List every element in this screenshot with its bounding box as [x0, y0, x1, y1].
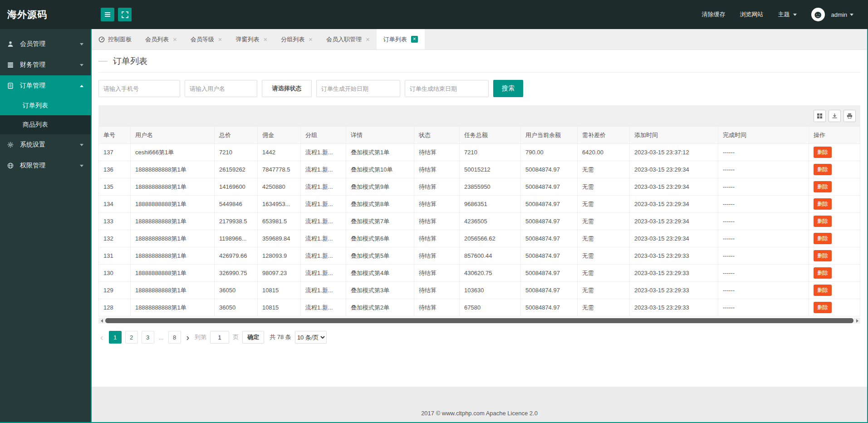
scroll-right-button[interactable] — [854, 318, 860, 324]
print-button[interactable] — [843, 110, 856, 122]
cell: 无需 — [578, 247, 630, 265]
tab-popup-list[interactable]: 弹窗列表× — [229, 29, 275, 49]
sidebar-item-order-management[interactable]: 订单管理 — [0, 75, 91, 96]
delete-button[interactable]: 删除 — [814, 233, 832, 244]
cell: 无需 — [578, 213, 630, 230]
confirm-button[interactable]: 确定 — [242, 331, 264, 344]
tab-group-list[interactable]: 分组列表× — [274, 29, 319, 49]
cell: ------ — [718, 213, 809, 230]
cell: 待结算 — [414, 144, 460, 161]
cell: 18888888888第1单 — [131, 196, 215, 213]
end-date-input[interactable] — [405, 80, 489, 97]
username-input[interactable] — [185, 80, 257, 97]
export-button[interactable] — [829, 110, 841, 122]
page-button-1[interactable]: 1 — [109, 331, 122, 344]
cell: 待结算 — [414, 299, 460, 316]
page-buttons: 123...8 — [109, 331, 181, 344]
cell: 18888888888第1单 — [131, 230, 215, 247]
close-tab-icon[interactable]: × — [218, 35, 222, 43]
close-tab-icon[interactable]: × — [264, 35, 268, 43]
delete-button[interactable]: 删除 — [814, 285, 832, 296]
actions-cell: 删除 — [809, 247, 860, 265]
table-row: 13518888888888第1单141696004250880流程1.新...… — [99, 178, 860, 196]
cell: 50084874.97 — [521, 230, 578, 247]
cell: 叠加模式第9单 — [346, 178, 414, 196]
columns-toggle-button[interactable] — [814, 110, 826, 122]
tab-dashboard[interactable]: 控制面板 — [92, 29, 138, 49]
prev-page-button[interactable]: ‹ — [98, 333, 105, 342]
close-tab-icon[interactable]: × — [366, 35, 370, 43]
sidebar-subitem-product-list[interactable]: 商品列表 — [0, 115, 91, 134]
delete-button[interactable]: 删除 — [814, 198, 832, 210]
cell: ------ — [718, 265, 809, 282]
scrollbar-thumb[interactable] — [105, 318, 853, 323]
clear-cache-link[interactable]: 清除缓存 — [702, 10, 726, 19]
column-header: 任务总额 — [460, 127, 521, 144]
tab-member-level[interactable]: 会员等级× — [184, 29, 229, 49]
next-page-button[interactable]: › — [185, 333, 191, 342]
scroll-left-button[interactable] — [98, 318, 105, 324]
close-tab-icon[interactable]: × — [411, 36, 418, 43]
cell: 23855950 — [460, 178, 521, 196]
status-select[interactable]: 请选择状态 — [262, 80, 312, 97]
cell: 50015212 — [460, 161, 521, 178]
cell: 叠加模式第3单 — [346, 282, 414, 299]
close-tab-icon[interactable]: × — [309, 35, 313, 43]
sidebar-item-system-settings[interactable]: 系统设置 — [0, 134, 91, 155]
phone-input[interactable] — [98, 80, 180, 97]
cell: 2023-03-15 23:29:34 — [630, 213, 718, 230]
sidebar-item-finance-management[interactable]: 财务管理 — [0, 54, 91, 75]
horizontal-scrollbar[interactable] — [98, 318, 860, 324]
cell: ------ — [718, 161, 809, 178]
tab-member-list[interactable]: 会员列表× — [138, 29, 184, 49]
cell: 2023-03-15 23:29:33 — [630, 247, 718, 265]
cell: 流程1.新... — [301, 230, 346, 247]
page-button-8[interactable]: 8 — [168, 331, 181, 344]
close-tab-icon[interactable]: × — [173, 35, 177, 43]
avatar[interactable]: ☻ — [811, 8, 825, 21]
cell: 50084874.97 — [521, 299, 578, 316]
content: 订单列表 请选择状态 搜索 — [92, 50, 867, 387]
table-row: 137ceshi666第1单72101442流程1.新...叠加模式第1单待结算… — [99, 144, 860, 161]
page-button-2[interactable]: 2 — [125, 331, 138, 344]
goto-page-input[interactable] — [210, 331, 229, 344]
delete-button[interactable]: 删除 — [814, 164, 832, 175]
delete-button[interactable]: 删除 — [814, 302, 832, 313]
actions-cell: 删除 — [809, 265, 860, 282]
page-size-select[interactable]: 10 条/页 — [295, 331, 327, 344]
menu-toggle-button[interactable] — [101, 8, 114, 21]
column-header: 总价 — [215, 127, 258, 144]
fullscreen-button[interactable] — [118, 8, 132, 21]
header-buttons — [101, 8, 132, 21]
user-face-icon: ☻ — [812, 9, 824, 20]
sidebar-subitem-order-list[interactable]: 订单列表 — [0, 96, 91, 115]
page-button-3[interactable]: 3 — [142, 331, 154, 344]
cell: 2056566.62 — [460, 230, 521, 247]
cell: 流程1.新... — [301, 247, 346, 265]
cell: 流程1.新... — [301, 282, 346, 299]
cell: 2023-03-15 23:29:33 — [630, 282, 718, 299]
search-button[interactable]: 搜索 — [493, 80, 523, 97]
chevron-down-icon — [793, 14, 797, 16]
column-header: 状态 — [414, 127, 460, 144]
theme-menu-label: 主题 — [778, 10, 790, 19]
delete-button[interactable]: 删除 — [814, 216, 832, 227]
delete-button[interactable]: 删除 — [814, 181, 832, 192]
browse-site-link[interactable]: 浏览网站 — [740, 10, 764, 19]
tab-order-list[interactable]: 订单列表× — [377, 29, 425, 49]
cell: 2023-03-15 23:37:12 — [630, 144, 718, 161]
tab-member-onboarding[interactable]: 会员入职管理× — [319, 29, 377, 49]
theme-menu[interactable]: 主题 — [778, 10, 797, 19]
user-menu[interactable]: admin — [831, 11, 853, 18]
cell: 128093.9 — [258, 247, 301, 265]
sidebar-item-member-management[interactable]: 会员管理 — [0, 34, 91, 54]
delete-button[interactable]: 删除 — [814, 267, 832, 279]
start-date-input[interactable] — [316, 80, 400, 97]
delete-button[interactable]: 删除 — [814, 250, 832, 261]
download-icon — [832, 113, 838, 119]
delete-button[interactable]: 删除 — [814, 147, 832, 158]
table-row: 13118888888888第1单426979.66128093.9流程1.新.… — [99, 247, 860, 265]
cell: 131 — [99, 247, 131, 265]
sidebar-item-permission-management[interactable]: 权限管理 — [0, 155, 91, 176]
printer-icon — [847, 113, 853, 119]
